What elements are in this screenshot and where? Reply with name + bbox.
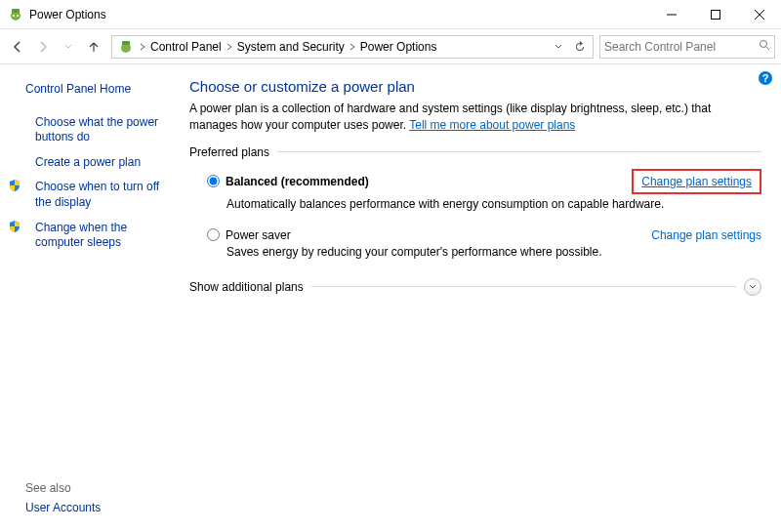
shield-icon <box>8 179 21 192</box>
maximize-button[interactable] <box>693 0 737 29</box>
search-input[interactable] <box>604 40 759 54</box>
control-panel-home-link[interactable]: Control Panel Home <box>16 78 176 102</box>
sidebar: Control Panel Home Choose what the power… <box>0 64 185 532</box>
minimize-button[interactable] <box>649 0 693 29</box>
power-options-icon <box>8 7 23 22</box>
refresh-button[interactable] <box>569 36 591 58</box>
sidebar-create-plan[interactable]: Create a power plan <box>25 151 141 175</box>
svg-point-10 <box>760 41 767 48</box>
breadcrumb-separator[interactable] <box>138 36 147 58</box>
svg-point-2 <box>13 15 15 17</box>
breadcrumb-power-options[interactable]: Power Options <box>357 36 440 58</box>
recent-dropdown[interactable] <box>57 35 80 59</box>
page-description: A power plan is a collection of hardware… <box>189 101 761 134</box>
breadcrumb-separator[interactable] <box>225 36 234 58</box>
plan-balanced: Balanced (recommended) Change plan setti… <box>189 161 761 221</box>
divider <box>277 151 761 152</box>
preferred-plans-label: Preferred plans <box>189 145 761 159</box>
up-button[interactable] <box>82 35 105 59</box>
window-title: Power Options <box>29 8 649 21</box>
plan-power-saver-label[interactable]: Power saver <box>226 228 291 242</box>
close-button[interactable] <box>737 0 781 29</box>
svg-rect-1 <box>12 9 20 13</box>
help-icon[interactable]: ? <box>758 70 773 86</box>
breadcrumb-separator[interactable] <box>348 36 357 58</box>
plan-power-saver-desc: Saves energy by reducing your computer's… <box>226 245 761 259</box>
sidebar-computer-sleeps[interactable]: Change when the computer sleeps <box>25 217 176 255</box>
breadcrumb-system-security[interactable]: System and Security <box>234 36 348 58</box>
plan-balanced-label[interactable]: Balanced (recommended) <box>226 175 369 188</box>
sidebar-turn-off-display[interactable]: Choose when to turn off the display <box>25 176 176 214</box>
plan-balanced-desc: Automatically balances performance with … <box>226 197 761 211</box>
learn-more-link[interactable]: Tell me more about power plans <box>409 118 575 132</box>
plan-power-saver: Power saver Change plan settings Saves e… <box>189 221 761 268</box>
svg-line-11 <box>766 47 769 50</box>
plan-balanced-radio[interactable] <box>207 175 220 187</box>
sidebar-choose-buttons[interactable]: Choose what the power buttons do <box>25 111 176 149</box>
search-box[interactable] <box>599 35 775 59</box>
see-also-label: See also <box>16 477 176 497</box>
search-icon[interactable] <box>759 39 770 54</box>
sidebar-user-accounts[interactable]: User Accounts <box>16 497 176 520</box>
back-button[interactable] <box>6 35 29 59</box>
show-additional-plans[interactable]: Show additional plans <box>189 268 761 296</box>
forward-button[interactable] <box>31 35 55 59</box>
address-bar[interactable]: Control Panel System and Security Power … <box>111 35 594 59</box>
page-heading: Choose or customize a power plan <box>189 78 761 95</box>
main-content: ? Choose or customize a power plan A pow… <box>185 64 781 532</box>
svg-rect-5 <box>711 10 719 19</box>
window-controls <box>649 0 781 29</box>
divider <box>311 286 736 287</box>
svg-rect-9 <box>122 41 130 45</box>
change-plan-settings-balanced[interactable]: Change plan settings <box>632 169 761 194</box>
svg-text:?: ? <box>762 72 769 84</box>
chevron-down-icon[interactable] <box>744 278 761 296</box>
change-plan-settings-power-saver[interactable]: Change plan settings <box>651 228 761 242</box>
shield-icon <box>8 220 21 233</box>
breadcrumb-control-panel[interactable]: Control Panel <box>147 36 225 58</box>
address-dropdown[interactable] <box>548 36 569 58</box>
plan-power-saver-radio[interactable] <box>207 228 220 241</box>
svg-point-3 <box>17 15 19 17</box>
power-options-icon <box>118 39 134 55</box>
navbar: Control Panel System and Security Power … <box>0 29 781 64</box>
titlebar: Power Options <box>0 0 781 29</box>
